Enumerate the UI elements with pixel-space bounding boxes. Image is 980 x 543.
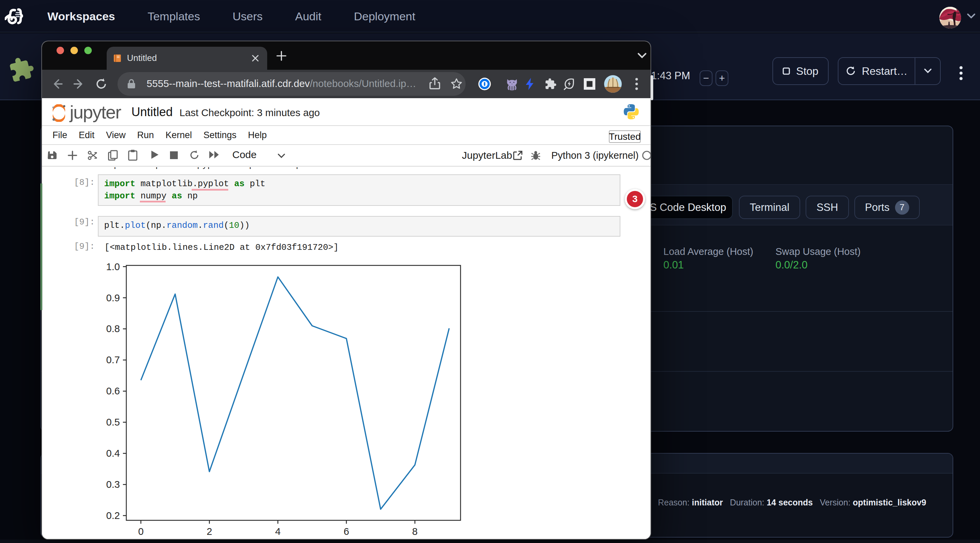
svg-text:4: 4 bbox=[275, 526, 280, 537]
svg-text:0.9: 0.9 bbox=[106, 292, 120, 303]
svg-text:0.6: 0.6 bbox=[106, 386, 120, 397]
svg-text:0.8: 0.8 bbox=[106, 323, 120, 334]
svg-text:2: 2 bbox=[207, 526, 212, 537]
svg-text:0.7: 0.7 bbox=[106, 354, 120, 365]
svg-text:8: 8 bbox=[412, 526, 418, 537]
svg-text:0.3: 0.3 bbox=[106, 479, 120, 490]
svg-text:0: 0 bbox=[138, 526, 143, 537]
svg-text:0.2: 0.2 bbox=[106, 510, 120, 521]
svg-text:6: 6 bbox=[344, 526, 349, 537]
svg-text:1.0: 1.0 bbox=[106, 262, 120, 272]
svg-text:0.4: 0.4 bbox=[106, 448, 120, 459]
svg-text:0.5: 0.5 bbox=[106, 417, 120, 427]
